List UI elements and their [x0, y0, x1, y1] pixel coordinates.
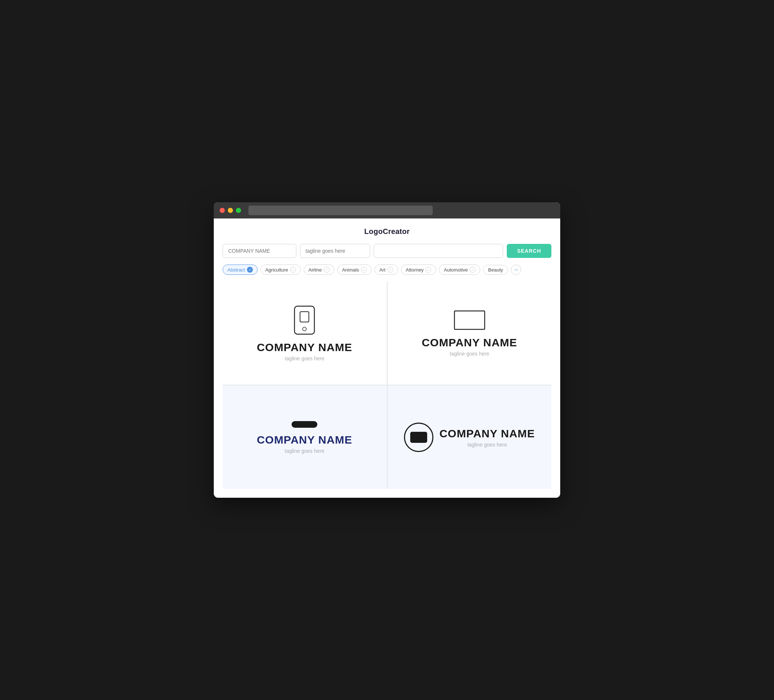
logo-icon-area-2	[453, 310, 486, 330]
filter-check-automotive: ✓	[470, 267, 475, 272]
logo-grid: COMPANY NAME tagline goes here COMPANY N…	[223, 281, 551, 489]
filter-check-agriculture: ✓	[290, 267, 296, 272]
svg-rect-0	[294, 306, 314, 334]
filter-chip-attorney[interactable]: Attorney ✓	[401, 264, 436, 275]
tagline-3: tagline goes here	[285, 448, 324, 454]
filter-chip-art[interactable]: Art ✓	[374, 264, 398, 275]
address-bar[interactable]	[248, 206, 433, 215]
svg-rect-1	[300, 312, 309, 322]
rect-icon	[453, 310, 486, 330]
logo-inline-4: COMPANY NAME tagline goes here	[404, 423, 535, 452]
circle-inner	[410, 432, 427, 443]
browser-titlebar	[214, 202, 560, 218]
company-name-2: COMPANY NAME	[422, 336, 517, 349]
extra-input[interactable]	[374, 244, 503, 258]
logo-icon-area-3	[291, 421, 318, 428]
tagline-4: tagline goes here	[439, 442, 535, 447]
filter-check-airline: ✓	[324, 267, 329, 272]
filter-label-beauty: Beauty	[488, 267, 503, 272]
phone-icon	[293, 305, 316, 335]
filter-bar: Abstract ✓ Agriculture ✓ Airline ✓ Anima…	[223, 264, 551, 275]
filter-more-button[interactable]: →	[511, 264, 521, 275]
company-name-4: COMPANY NAME	[439, 428, 535, 440]
filter-chip-beauty[interactable]: Beauty	[483, 265, 508, 275]
tagline-input[interactable]	[300, 244, 370, 258]
company-name-1: COMPANY NAME	[257, 341, 352, 354]
card4-text: COMPANY NAME tagline goes here	[439, 428, 535, 447]
filter-label-airline: Airline	[309, 267, 322, 272]
svg-point-2	[303, 327, 306, 331]
app-content: LogoCreator SEARCH Abstract ✓ Agricultur…	[214, 218, 560, 498]
filter-label-attorney: Attorney	[406, 267, 423, 272]
logo-card-1[interactable]: COMPANY NAME tagline goes here	[223, 281, 387, 385]
filter-label-automotive: Automotive	[444, 267, 468, 272]
tagline-1: tagline goes here	[285, 355, 324, 362]
browser-window: LogoCreator SEARCH Abstract ✓ Agricultur…	[214, 202, 560, 498]
filter-chip-abstract[interactable]: Abstract ✓	[223, 264, 258, 275]
filter-check-animals: ✓	[361, 267, 367, 272]
filter-chip-airline[interactable]: Airline ✓	[304, 264, 334, 275]
app-title: LogoCreator	[223, 227, 551, 236]
logo-card-3[interactable]: COMPANY NAME tagline goes here	[223, 386, 387, 489]
logo-card-4[interactable]: COMPANY NAME tagline goes here	[388, 386, 552, 489]
filter-chip-automotive[interactable]: Automotive ✓	[439, 264, 480, 275]
pill-icon	[291, 421, 318, 428]
search-bar: SEARCH	[223, 244, 551, 258]
maximize-button[interactable]	[236, 208, 241, 213]
filter-check-art: ✓	[387, 267, 393, 272]
filter-label-agriculture: Agriculture	[265, 267, 288, 272]
close-button[interactable]	[220, 208, 225, 213]
minimize-button[interactable]	[228, 208, 233, 213]
filter-chip-agriculture[interactable]: Agriculture ✓	[261, 264, 301, 275]
filter-label-art: Art	[379, 267, 385, 272]
company-name-input[interactable]	[223, 244, 296, 258]
filter-chip-animals[interactable]: Animals ✓	[337, 264, 372, 275]
search-button[interactable]: SEARCH	[507, 244, 551, 258]
filter-label-animals: Animals	[342, 267, 359, 272]
filter-label-abstract: Abstract	[227, 267, 245, 272]
company-name-3: COMPANY NAME	[257, 434, 352, 446]
filter-check-attorney: ✓	[425, 267, 431, 272]
circle-icon	[404, 423, 433, 452]
svg-rect-3	[455, 311, 485, 329]
logo-icon-area-1	[293, 305, 316, 335]
tagline-2: tagline goes here	[450, 351, 489, 357]
filter-check-abstract: ✓	[247, 267, 253, 272]
logo-card-2[interactable]: COMPANY NAME tagline goes here	[388, 281, 552, 385]
